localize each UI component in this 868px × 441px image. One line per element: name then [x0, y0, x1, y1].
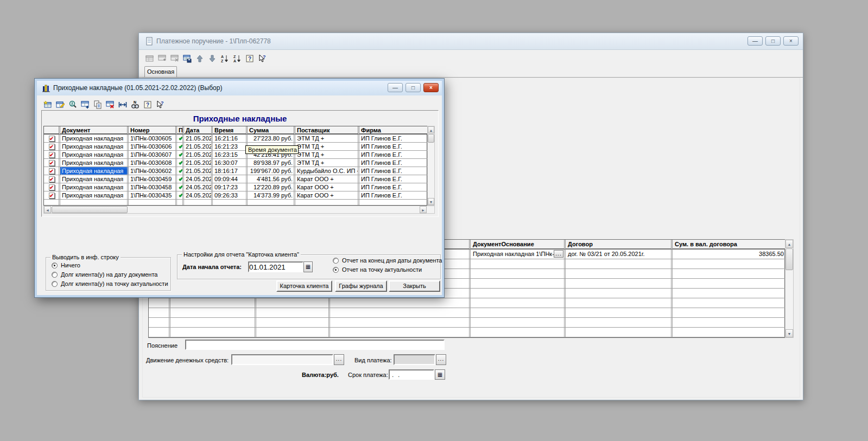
invoice-row[interactable]: ✔ Приходная накладная1\ПНк-0030608 ✔ 21.…	[44, 159, 427, 167]
radio-report-actual[interactable]: Отчет на точку актуальности	[333, 266, 422, 273]
scroll-up-icon[interactable]: ▲	[428, 126, 434, 133]
payment-type-input[interactable]	[394, 354, 435, 365]
selected-checkbox-icon[interactable]: ✔	[49, 136, 55, 142]
scroll-down-icon[interactable]: ▼	[785, 329, 793, 337]
sort-az-icon[interactable]: AZ	[220, 54, 229, 63]
selected-checkbox-icon[interactable]: ✔	[49, 176, 55, 182]
posted-check-icon: ✔	[179, 135, 183, 142]
payment-type-lookup-button[interactable]: ...	[436, 354, 446, 365]
radio-report-doc-date[interactable]: Отчет на конец дня даты документа	[333, 257, 442, 264]
journal-panel: Приходные накладные Документ Номер П Дат…	[41, 110, 439, 217]
scroll-left-icon[interactable]: ◄	[44, 206, 51, 213]
copy-icon[interactable]	[93, 100, 102, 109]
posted-check-icon: ✔	[179, 184, 183, 190]
due-date-input[interactable]	[389, 369, 434, 380]
invoices-toolbar: N ? ?	[43, 99, 164, 111]
invoice-row[interactable]: ✔ Приходная накладная1\ПНк-0030459 ✔ 24.…	[44, 175, 427, 183]
invoice-row[interactable]: ✔ Приходная накладная1\ПНк-0030435 ✔ 24.…	[44, 191, 427, 200]
table-row[interactable]	[149, 318, 784, 328]
new-row-icon[interactable]	[43, 100, 52, 109]
invoices-window-titlebar[interactable]: Приходные накладные (01.05.2021-22.02.20…	[37, 81, 442, 95]
selected-checkbox-icon[interactable]: ✔	[49, 168, 55, 174]
help-icon[interactable]: ?	[245, 54, 254, 63]
payment-table-scrollbar[interactable]: ▲ ▼	[785, 239, 794, 338]
tab-main[interactable]: Основная	[144, 66, 177, 77]
posted-check-icon: ✔	[179, 176, 183, 182]
invoice-row-selected[interactable]: ✔ Приходная накладная1\ПНк-0030602 ✔ 21.…	[44, 167, 427, 175]
doc-base-lookup-button[interactable]: ...	[554, 250, 563, 258]
add-row-disabled-icon[interactable]	[158, 54, 167, 63]
cell-doc-base[interactable]: Приходная накладная 1\ПНк- ...	[471, 250, 566, 259]
cell-sum[interactable]: 38365.50	[673, 250, 785, 259]
cash-flow-lookup-button[interactable]: ...	[334, 354, 344, 365]
view-row-icon[interactable]	[68, 100, 77, 109]
info-string-group: Выводить в инф. строку Ничего Долг клиен…	[46, 257, 171, 291]
delete-row-disabled-icon[interactable]	[170, 54, 179, 63]
payment-window-title: Платежное поручение - 1\Плп-062778	[156, 37, 271, 45]
find-number-icon[interactable]: N	[131, 100, 140, 109]
sort-za-icon[interactable]: ZA	[233, 54, 242, 63]
save-table-icon[interactable]	[183, 54, 192, 63]
selected-checkbox-icon[interactable]: ✔	[49, 144, 55, 150]
selected-checkbox-icon[interactable]: ✔	[49, 152, 55, 158]
report-settings-group: Настройки для отчета "Карточка клиента" …	[177, 254, 441, 279]
report-date-input[interactable]	[248, 261, 303, 272]
radio-icon[interactable]	[52, 272, 58, 278]
radio-icon[interactable]	[333, 267, 339, 273]
copy-row-icon[interactable]	[81, 100, 90, 109]
invoices-window-title: Приходные накладные (01.05.2021-22.02.20…	[53, 84, 222, 92]
invoices-vertical-scrollbar[interactable]: ▲ ▼	[427, 126, 435, 206]
invoice-row[interactable]: ✔ Приходная накладная1\ПНк-0030606 ✔ 21.…	[44, 143, 427, 151]
header-firm: Фирма	[359, 126, 428, 135]
due-date-calendar-button[interactable]: ▦	[435, 369, 445, 380]
minimize-button[interactable]: —	[388, 83, 403, 92]
invoice-row[interactable]: ✔ Приходная накладная1\ПНк-0030607 ✔ 21.…	[44, 151, 427, 159]
note-input[interactable]	[185, 340, 445, 350]
restore-button[interactable]: □	[765, 36, 781, 46]
client-card-button[interactable]: Карточка клиента	[276, 280, 332, 292]
table-row[interactable]	[149, 298, 784, 308]
edit-row-icon[interactable]	[56, 100, 65, 109]
journal-disabled-icon[interactable]	[145, 54, 154, 63]
radio-debt-doc-date[interactable]: Долг клиента(у) на дату документа	[52, 271, 157, 278]
restore-button[interactable]: □	[406, 83, 421, 92]
close-dialog-button[interactable]: Закрыть	[389, 280, 440, 292]
close-button[interactable]: ×	[423, 83, 439, 92]
context-help-icon[interactable]: ?	[156, 100, 164, 109]
radio-icon[interactable]	[333, 258, 339, 264]
scroll-down-icon[interactable]: ▼	[428, 198, 434, 205]
radio-nothing[interactable]: Ничего	[52, 262, 80, 269]
invoice-row[interactable]: ✔ Приходная накладная1\ПНк-0030458 ✔ 24.…	[44, 183, 427, 191]
invoices-table-header: Документ Номер П Дата Время Сумма Постав…	[44, 126, 427, 135]
report-date-calendar-button[interactable]: ▦	[303, 261, 313, 272]
selected-checkbox-icon[interactable]: ✔	[49, 193, 55, 199]
posted-check-icon: ✔	[179, 151, 183, 158]
delete-row-icon[interactable]	[106, 100, 115, 109]
radio-debt-actual[interactable]: Долг клиента(у) на точку актуальности	[52, 280, 168, 287]
move-down-icon[interactable]	[208, 54, 217, 63]
help-icon[interactable]: ?	[143, 100, 152, 109]
payment-window-toolbar: AZ ZA ? ?	[145, 53, 267, 65]
radio-icon[interactable]	[52, 263, 58, 269]
close-button[interactable]: ×	[783, 36, 799, 46]
invoices-horizontal-scrollbar[interactable]: ◄ ►	[43, 206, 435, 214]
scroll-up-icon[interactable]: ▲	[785, 240, 793, 248]
selected-checkbox-icon[interactable]: ✔	[49, 160, 55, 166]
radio-icon[interactable]	[52, 281, 58, 287]
journal-heading: Приходные накладные	[42, 114, 438, 123]
selected-checkbox-icon[interactable]: ✔	[49, 184, 55, 190]
selected-cell: Приходная накладная	[60, 167, 129, 175]
minimize-button[interactable]: —	[747, 36, 763, 46]
svg-text:?: ?	[263, 54, 266, 60]
context-help-icon[interactable]: ?	[258, 54, 267, 63]
move-up-icon[interactable]	[195, 54, 204, 63]
journal-columns-button[interactable]: Графы журнала	[335, 280, 387, 292]
cash-flow-input[interactable]	[231, 354, 333, 365]
payment-window-titlebar[interactable]: Платежное поручение - 1\Плп-062778 — □ ×	[139, 33, 803, 50]
invoice-row[interactable]: ✔ Приходная накладная1\ПНк-0030605 ✔ 21.…	[44, 135, 427, 143]
scroll-right-icon[interactable]: ►	[420, 206, 427, 213]
table-row[interactable]	[149, 328, 784, 337]
table-row[interactable]	[149, 308, 784, 318]
cell-contract[interactable]: дог. № 03/21 от 20.05.2021г.	[566, 250, 673, 259]
column-width-icon[interactable]	[118, 100, 127, 109]
